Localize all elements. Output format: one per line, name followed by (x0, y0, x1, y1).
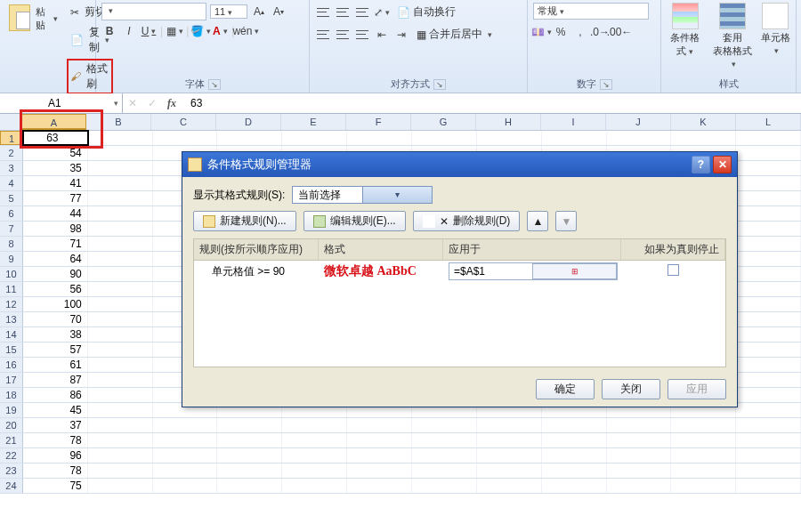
cell[interactable] (736, 222, 801, 236)
cell[interactable]: 70 (23, 312, 88, 326)
italic-button[interactable]: I (121, 23, 137, 39)
cell[interactable]: 78 (23, 463, 88, 478)
cell[interactable] (736, 191, 801, 206)
cell[interactable]: 54 (23, 146, 88, 160)
align-expand-icon[interactable]: ↘ (433, 79, 446, 90)
fill-color-button[interactable]: 🪣 (192, 23, 208, 39)
show-rules-combo[interactable]: 当前选择 ▾ (292, 186, 433, 204)
row-header[interactable]: 9 (0, 252, 23, 266)
col-header-I[interactable]: I (541, 114, 606, 130)
cell[interactable]: 45 (23, 403, 88, 417)
cell[interactable] (88, 343, 153, 357)
orientation-icon[interactable]: ⤢ (374, 4, 390, 20)
cell[interactable] (88, 327, 153, 342)
number-expand-icon[interactable]: ↘ (600, 79, 612, 90)
cell[interactable] (477, 479, 542, 493)
rule-row[interactable]: 单元格值 >= 90 微软卓越 AaBbC =$A$1 ⊞ (194, 261, 725, 282)
underline-button[interactable]: U (141, 23, 157, 39)
apply-button[interactable]: 应用 (668, 379, 726, 399)
name-box-dropdown-icon[interactable]: ▾ (114, 99, 118, 108)
row-header[interactable]: 4 (0, 176, 23, 190)
cell[interactable] (88, 358, 153, 372)
delete-rule-button[interactable]: ✕ 删除规则(D) (413, 211, 521, 231)
cell[interactable] (607, 418, 672, 432)
cell[interactable]: 86 (23, 388, 88, 402)
cell[interactable] (736, 267, 801, 281)
align-bottom-icon[interactable] (354, 4, 370, 20)
format-as-table-button[interactable]: 套用 表格格式 (713, 3, 752, 69)
cell[interactable]: 44 (23, 206, 88, 221)
decrease-font-icon[interactable]: A▾ (271, 4, 287, 20)
cell[interactable]: 77 (23, 191, 88, 206)
cell[interactable] (736, 463, 801, 478)
name-box[interactable]: ▾ (0, 93, 123, 113)
cell[interactable]: 57 (23, 343, 88, 357)
cell[interactable] (88, 418, 153, 432)
cell[interactable] (217, 463, 282, 478)
paste-button[interactable]: 粘贴 (5, 3, 61, 35)
align-center-icon[interactable] (335, 27, 351, 43)
row-header[interactable]: 15 (0, 343, 23, 357)
cell[interactable] (477, 418, 542, 432)
cell[interactable] (88, 161, 153, 175)
cell[interactable] (542, 463, 607, 478)
cell[interactable] (736, 418, 801, 432)
cell[interactable] (217, 479, 282, 493)
cell[interactable]: 64 (23, 252, 88, 266)
cell[interactable] (153, 131, 218, 145)
decrease-indent-icon[interactable]: ⇤ (374, 27, 390, 43)
increase-indent-icon[interactable]: ⇥ (393, 27, 409, 43)
cell[interactable] (347, 479, 412, 493)
col-header-K[interactable]: K (671, 114, 736, 130)
row-header[interactable]: 21 (0, 433, 23, 447)
help-button[interactable]: ? (692, 156, 710, 173)
cell[interactable] (88, 388, 153, 402)
row-header[interactable]: 22 (0, 448, 23, 463)
row-header[interactable]: 3 (0, 161, 23, 175)
decrease-decimal-icon[interactable]: .00← (611, 24, 627, 40)
cell[interactable] (88, 222, 153, 236)
cell[interactable] (347, 448, 412, 463)
cell[interactable] (607, 131, 672, 145)
cell[interactable]: 71 (23, 237, 88, 251)
align-middle-icon[interactable] (335, 4, 351, 20)
cell[interactable] (217, 433, 282, 447)
cell[interactable] (736, 327, 801, 342)
cell[interactable] (736, 282, 801, 296)
cell[interactable]: 87 (23, 373, 88, 387)
edit-rule-button[interactable]: 编辑规则(E)... (303, 211, 406, 231)
close-x-button[interactable]: ✕ (713, 156, 732, 173)
cell[interactable] (412, 463, 477, 478)
cell[interactable] (542, 418, 607, 432)
cell[interactable] (412, 131, 477, 145)
ok-button[interactable]: 确定 (536, 379, 595, 399)
cell[interactable] (671, 463, 736, 478)
row-header[interactable]: 24 (0, 479, 23, 493)
cell[interactable] (671, 448, 736, 463)
cell[interactable] (477, 433, 542, 447)
cell[interactable]: 78 (23, 433, 88, 447)
col-header-C[interactable]: C (151, 114, 216, 130)
cell[interactable] (88, 282, 153, 296)
cell[interactable]: 41 (23, 176, 88, 190)
row-header[interactable]: 7 (0, 222, 23, 236)
cell[interactable] (736, 448, 801, 463)
confirm-formula-icon[interactable]: ✓ (142, 97, 162, 109)
cell[interactable] (88, 373, 153, 387)
cell[interactable] (736, 131, 801, 145)
font-expand-icon[interactable]: ↘ (208, 79, 221, 90)
cell[interactable] (88, 252, 153, 266)
cell[interactable] (607, 463, 672, 478)
align-right-icon[interactable] (354, 27, 370, 43)
cell[interactable] (671, 433, 736, 447)
combo-arrow-icon[interactable]: ▾ (362, 187, 433, 203)
cell[interactable] (282, 433, 347, 447)
move-down-button[interactable]: ▼ (555, 211, 577, 231)
stop-if-true-checkbox[interactable] (668, 264, 679, 276)
cell[interactable] (412, 418, 477, 432)
row-header[interactable]: 17 (0, 373, 23, 387)
cell[interactable] (88, 176, 153, 190)
cell[interactable]: 61 (23, 358, 88, 372)
cell[interactable]: 37 (23, 418, 88, 432)
cell[interactable] (88, 479, 153, 493)
